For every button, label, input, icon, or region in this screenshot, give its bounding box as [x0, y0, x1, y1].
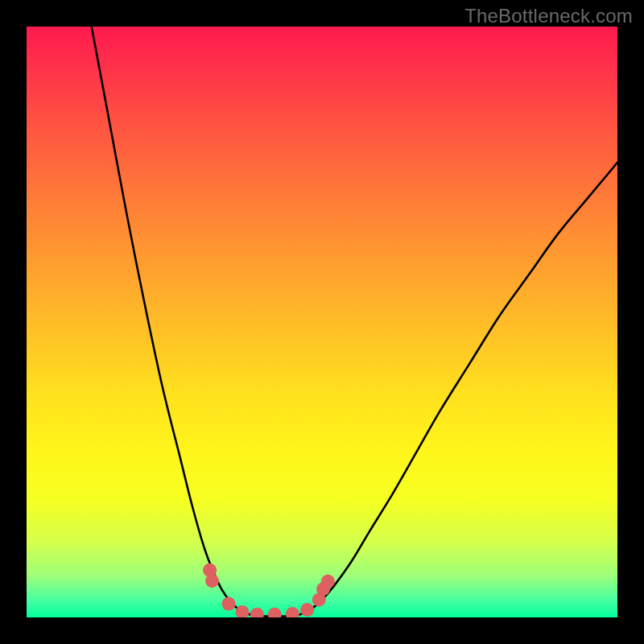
- marker-dot: [321, 575, 335, 588]
- curve-right-branch: [299, 163, 617, 615]
- marker-dot: [205, 574, 219, 588]
- watermark-text: TheBottleneck.com: [464, 5, 633, 27]
- marker-dot: [286, 607, 299, 617]
- curve-lines: [92, 27, 617, 617]
- marker-dot: [250, 608, 264, 617]
- marker-dot: [268, 608, 282, 617]
- marker-dot: [222, 597, 236, 611]
- marker-dot: [300, 603, 314, 617]
- curve-svg: [27, 27, 617, 617]
- plot-area: [27, 27, 617, 617]
- curve-left-branch: [92, 27, 251, 615]
